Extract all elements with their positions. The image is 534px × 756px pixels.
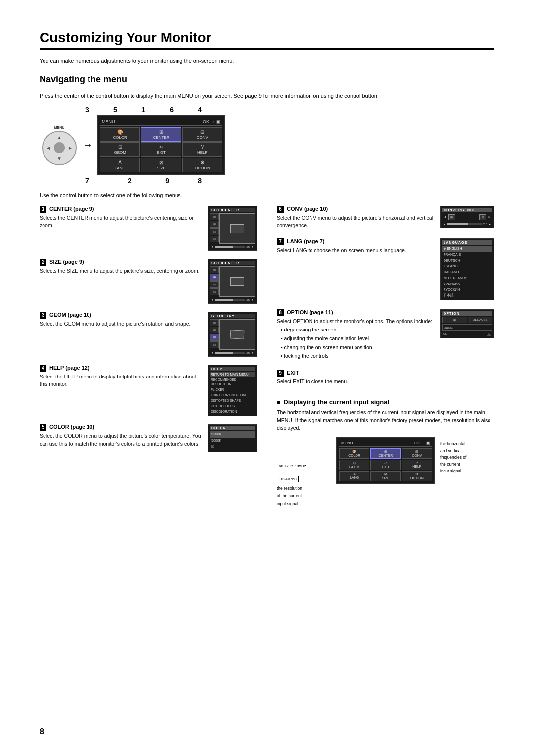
signal-diagram: 68.7kHz / 85Hz 1024×768 the resolutionof… (277, 437, 494, 508)
menu-label: MENU (54, 126, 65, 129)
page-number: 8 (40, 727, 44, 736)
bullet-moire: adjusting the moire cancellation level (281, 334, 434, 343)
intro-text: You can make numerous adjustments to you… (40, 57, 494, 65)
item-exit-num: 9 (277, 370, 284, 377)
item-conv-img: CONVERGENCE ◄ ⊞ ⊟ ► ◄ 2 6 ► (440, 206, 494, 228)
item-color-desc: Select the COLOR menu to adjust the pict… (40, 432, 202, 448)
osd-cell-lang: A LANG (100, 158, 140, 172)
signal-osd: MENU OK → ▣ 🎨COLOR ⊞CENTER ⊟CONV ⊡GEOM ↩… (336, 437, 435, 484)
item-color-num: 5 (40, 424, 46, 431)
item-exit: 9 EXIT Select EXIT to close the menu. (277, 370, 494, 386)
item-option-bullets: degaussing the screen adjusting the moir… (277, 326, 434, 361)
resolution-label-text: the resolutionof the currentinput signal (277, 485, 331, 508)
item-geom-img: GEOMETRY ⊞ ⊠ ⊡ ⊟ ◄ (208, 312, 257, 357)
osd-cell-help: ? HELP (182, 142, 222, 157)
item-lang-num: 7 (277, 238, 284, 245)
item-conv-title: 6 CONV (page 10) (277, 206, 434, 213)
left-column: 1 CENTER (page 9) Selects the CENTER men… (40, 206, 257, 508)
item-lang: 7 LANG (page 7) Select LANG to choose th… (277, 238, 494, 300)
item-center: 1 CENTER (page 9) Selects the CENTER men… (40, 206, 257, 251)
item-color: 5 COLOR (page 10) Select the COLOR menu … (40, 424, 257, 452)
item-lang-img: LANGUAGE ►ENGLISH FRANÇAIS DEUTSCH ESPAÑ… (440, 238, 494, 300)
item-size-img: SIZE/CENTER ⊞ ⊠ ⊡ ⊟ ◄ (208, 259, 257, 304)
bullet-lock: locking the controls (281, 352, 434, 361)
page-title: Customizing Your Monitor (40, 30, 494, 50)
item-exit-desc: Select EXIT to close the menu. (277, 378, 494, 386)
num-4: 4 (198, 106, 202, 114)
num-6: 6 (170, 106, 174, 114)
osd-cell-option: ⚙ OPTION (182, 158, 222, 172)
item-option-img: OPTION ⊞ DEGAUSS ⊞⊠⊡⊟ ON □ (440, 309, 494, 338)
item-conv: 6 CONV (page 10) Select the CONV menu to… (277, 206, 494, 230)
item-size-num: 2 (40, 259, 46, 266)
osd-menu-main: MENU OK → ▣ 🎨 COLOR ⊞ CENTER ⊟ CONV ⊡ (97, 115, 225, 175)
diagram-top-numbers: 3 5 1 6 4 (79, 106, 208, 114)
item-help-title: 4 HELP (page 12) (40, 365, 202, 372)
signal-section-desc: The horizontal and vertical frequencies … (277, 409, 494, 432)
item-color-img: COLOR 9300K 5000K ☒ (208, 424, 257, 452)
nav-section-title: Navigating the menu (40, 74, 494, 87)
item-conv-num: 6 (277, 206, 284, 213)
item-help-img: HELP RETURN TO MAIN MENU RECOMMENDED RES… (208, 365, 257, 417)
bullet-position: changing the on-screen menu position (281, 343, 434, 352)
item-lang-desc: Select LANG to choose the on-screen menu… (277, 247, 434, 255)
osd-cell-size: ⊠ SIZE (141, 158, 181, 172)
item-geom-num: 3 (40, 312, 46, 319)
use-control-text: Use the control button to select one of … (40, 191, 494, 200)
item-lang-title: 7 LANG (page 7) (277, 238, 434, 245)
right-column: 6 CONV (page 10) Select the CONV menu to… (277, 206, 494, 508)
signal-labels-right: the horizontaland verticalfrequencies of… (440, 441, 466, 474)
num-5: 5 (113, 106, 117, 114)
item-help-num: 4 (40, 365, 46, 372)
osd-cell-center: ⊞ CENTER (141, 127, 181, 142)
freq-label: 68.7kHz / 85Hz (277, 462, 331, 470)
num-8: 8 (198, 177, 202, 185)
bullet-degauss: degaussing the screen (281, 326, 434, 334)
num-1: 1 (141, 106, 145, 114)
num-9: 9 (165, 177, 169, 185)
item-option-title: 8 OPTION (page 11) (277, 309, 434, 316)
item-geom: 3 GEOM (page 10) Select the GEOM menu to… (40, 312, 257, 357)
item-geom-title: 3 GEOM (page 10) (40, 312, 202, 319)
osd-cell-exit: ↩ EXIT (141, 142, 181, 157)
nav-section-desc: Press the center of the control button t… (40, 92, 494, 100)
item-center-num: 1 (40, 206, 46, 213)
res-label: 1024×768 (277, 475, 331, 483)
osd-cell-conv: ⊟ CONV (182, 127, 222, 142)
item-option-desc: Select OPTION to adjust the monitor's op… (277, 318, 434, 326)
item-size: 2 SIZE (page 9) Selects the SIZE menu to… (40, 259, 257, 304)
item-help-desc: Select the HELP menu to display helpful … (40, 373, 202, 389)
item-center-desc: Selects the CENTER menu to adjust the pi… (40, 214, 202, 230)
item-size-desc: Selects the SIZE menu to adjust the pict… (40, 267, 202, 275)
osd-cell-color: 🎨 COLOR (100, 127, 140, 142)
diagram-bottom-numbers: 7 2 9 8 (79, 177, 208, 185)
signal-labels-left: 68.7kHz / 85Hz 1024×768 the resolutionof… (277, 462, 331, 508)
menu-diagram: 3 5 1 6 4 MENU ▲ ▼ ◄ ► → MENU OK → ▣ (40, 106, 494, 185)
signal-section: Displaying the current input signal The … (277, 398, 494, 508)
item-conv-desc: Select the CONV menu to adjust the pictu… (277, 214, 434, 230)
osd-menu-label: MENU (102, 119, 115, 124)
item-exit-title: 9 EXIT (277, 370, 494, 377)
item-center-title: 1 CENTER (page 9) (40, 206, 202, 213)
num-2: 2 (128, 177, 132, 185)
num-7: 7 (85, 177, 89, 185)
osd-ok-label: OK → ▣ (203, 119, 221, 124)
item-geom-desc: Select the GEOM menu to adjust the pictu… (40, 320, 202, 328)
item-size-title: 2 SIZE (page 9) (40, 259, 202, 266)
item-color-title: 5 COLOR (page 10) (40, 424, 202, 431)
item-option-num: 8 (277, 309, 284, 316)
signal-section-title: Displaying the current input signal (277, 398, 494, 406)
item-option: 8 OPTION (page 11) Select OPTION to adju… (277, 309, 494, 361)
item-center-img: SIZE/CENTER ⊞ ⊠ ⊡ ⊟ ◄ (208, 206, 257, 251)
item-help: 4 HELP (page 12) Select the HELP menu to… (40, 365, 257, 417)
osd-cell-geom: ⊡ GEOM (100, 142, 140, 157)
num-3: 3 (85, 106, 89, 114)
